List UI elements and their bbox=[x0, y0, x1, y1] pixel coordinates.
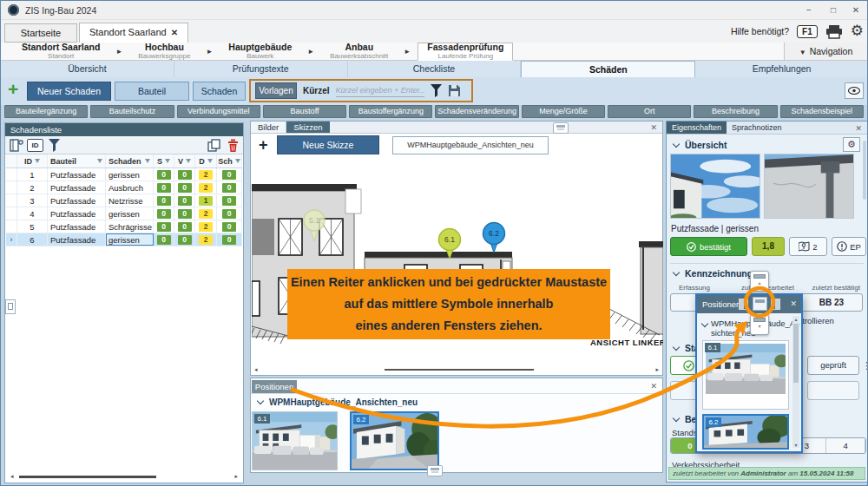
bauteilergaenzung-button[interactable]: Bauteilergänzung bbox=[4, 105, 88, 118]
scrollbar-thumb[interactable] bbox=[19, 476, 156, 478]
close-icon[interactable]: ✕ bbox=[650, 123, 657, 132]
menge-groesse-button[interactable]: Menge/Größe bbox=[522, 105, 605, 118]
tab-sprachnotizen[interactable]: Sprachnotizen bbox=[727, 122, 787, 134]
tab-pruefungstexte[interactable]: Prüfungstexte bbox=[174, 61, 348, 77]
id-column-icon[interactable]: ID bbox=[27, 139, 43, 152]
table-row[interactable]: 5PutzfassadeSchrägrisse 0 0 2 0 bbox=[6, 220, 242, 233]
col-s[interactable]: S bbox=[154, 154, 174, 167]
save-icon[interactable] bbox=[448, 84, 461, 97]
scroll-down-icon[interactable]: ▾ bbox=[792, 442, 799, 448]
add-sketch-icon[interactable]: + bbox=[259, 136, 268, 154]
window-maximize-button[interactable]: □ bbox=[822, 1, 845, 20]
filter-icon[interactable] bbox=[431, 84, 442, 97]
filter-icon[interactable] bbox=[235, 159, 240, 163]
navigation-dropdown[interactable]: ▼Navigation bbox=[784, 43, 867, 61]
window-minimize-button[interactable]: − bbox=[798, 1, 820, 20]
col-id[interactable]: ID bbox=[17, 154, 48, 167]
dock-right-icon[interactable] bbox=[771, 299, 780, 310]
building-sketch-canvas[interactable]: ANSICHT LINKER 5.1 6.1 6.2 bbox=[252, 156, 663, 375]
tab-skizzen[interactable]: Skizzen bbox=[286, 122, 329, 133]
dock-left-icon[interactable] bbox=[739, 299, 748, 310]
scroll-left-icon[interactable]: ◂ bbox=[254, 366, 258, 373]
map-positions-button[interactable]: 2 bbox=[789, 237, 827, 256]
table-row[interactable]: 1Putzfassadegerissen 0 0 2 0 bbox=[6, 168, 242, 181]
col-schaden[interactable]: Schaden bbox=[106, 154, 154, 167]
panel-drag-handle[interactable] bbox=[5, 299, 16, 314]
gear-icon[interactable]: ⚙ bbox=[851, 23, 864, 39]
filter-icon[interactable] bbox=[165, 159, 170, 163]
tab-checkliste[interactable]: Checkliste bbox=[348, 61, 522, 77]
vertical-scrollbar[interactable]: ▴ ▾ bbox=[792, 316, 799, 448]
col-sch[interactable]: Sch bbox=[217, 154, 242, 167]
tab-positionen[interactable]: Positionen bbox=[252, 380, 297, 393]
ort-button[interactable]: Ort bbox=[608, 105, 691, 118]
tab-bilder[interactable]: Bilder bbox=[251, 122, 286, 133]
position-thumbnail-6-2-selected[interactable]: 6.2 bbox=[350, 411, 439, 470]
gear-icon[interactable]: ⚙ bbox=[843, 137, 860, 152]
tab-schaeden[interactable]: Schäden bbox=[521, 61, 695, 77]
horizontal-scrollbar[interactable]: ◂ ▸ bbox=[10, 473, 238, 480]
overview-photo-2[interactable] bbox=[764, 154, 854, 219]
status-secondary-button[interactable] bbox=[807, 381, 859, 400]
overview-photo-1[interactable] bbox=[670, 154, 760, 219]
scroll-right-icon[interactable]: ▸ bbox=[655, 366, 659, 373]
table-row[interactable]: 2PutzfassadeAusbruch 0 0 2 0 bbox=[6, 181, 242, 194]
close-icon[interactable]: ✕ bbox=[171, 28, 178, 37]
tab-empfehlungen[interactable]: Empfehlungen bbox=[695, 61, 868, 77]
dock-guide-top-icon[interactable]: ▴ bbox=[750, 271, 769, 292]
add-icon[interactable]: + bbox=[8, 79, 18, 100]
filter-icon[interactable] bbox=[186, 159, 191, 163]
scrollbar-thumb[interactable] bbox=[385, 369, 534, 371]
f1-key-icon[interactable]: F1 bbox=[797, 25, 818, 38]
floating-positions-window[interactable]: Positionen ✕ WPMHauptgebäude_An sichten_… bbox=[695, 293, 803, 453]
trash-icon[interactable] bbox=[227, 139, 239, 152]
baustoff-button[interactable]: Baustoff bbox=[263, 105, 346, 118]
schadensbeispiel-button[interactable]: Schadensbeispiel bbox=[780, 105, 864, 118]
sketch-group-header[interactable]: WPMHauptgebäude_Ansichten_neu bbox=[258, 397, 418, 407]
new-sketch-button[interactable]: Neue Skizze bbox=[277, 135, 379, 154]
position-thumbnail-6-2-selected[interactable]: 6.2 bbox=[702, 414, 789, 450]
dock-guide-bottom-icon[interactable]: ▾ bbox=[750, 314, 769, 335]
breadcrumb-item-fassadenpruefung[interactable]: Fassadenprüfung Laufende Prüfung bbox=[418, 43, 513, 61]
vorlagen-button[interactable]: Vorlagen bbox=[255, 82, 297, 99]
filter-icon[interactable] bbox=[35, 159, 40, 163]
copy-icon[interactable] bbox=[207, 139, 220, 152]
breadcrumb-item-hochbau[interactable]: Hochbau Bauwerksgruppe bbox=[129, 43, 199, 60]
kuerzel-input[interactable] bbox=[336, 84, 424, 97]
close-icon[interactable]: ✕ bbox=[650, 382, 657, 391]
verbindungsmittel-button[interactable]: Verbindungsmittel bbox=[177, 105, 260, 118]
breadcrumb-item-hauptgebaeude[interactable]: Hauptgebäude Bauwerk bbox=[220, 43, 300, 60]
filter-icon[interactable] bbox=[145, 159, 150, 163]
horizontal-scrollbar[interactable]: ◂ ▸ bbox=[254, 366, 659, 373]
new-damage-button[interactable]: Neuer Schaden bbox=[27, 82, 111, 101]
col-bauteil[interactable]: Bauteil bbox=[48, 154, 106, 167]
ep-button[interactable]: EP bbox=[832, 237, 866, 256]
breadcrumb-item-anbau[interactable]: Anbau Bauwerksabschnitt bbox=[321, 43, 397, 60]
visibility-button[interactable] bbox=[845, 82, 864, 99]
position-thumbnail-6-1[interactable]: 6.1 bbox=[252, 411, 338, 470]
rating-4[interactable]: 4 bbox=[826, 438, 865, 453]
more-options-icon[interactable]: ⋮ bbox=[862, 356, 868, 375]
schaden-button[interactable]: Schaden bbox=[193, 82, 246, 101]
bauteil-button[interactable]: Bauteil bbox=[115, 82, 189, 101]
confirmed-button[interactable]: bestätigt bbox=[670, 237, 747, 256]
tab-eigenschaften[interactable]: Eigenschaften bbox=[667, 122, 727, 134]
doc-tab-standort-saarland[interactable]: Standort Saarland✕ bbox=[79, 23, 188, 43]
tab-uebersicht[interactable]: Übersicht bbox=[1, 61, 174, 77]
scrollbar-thumb[interactable] bbox=[863, 141, 866, 200]
filter-icon[interactable] bbox=[207, 159, 213, 163]
section-uebersicht[interactable]: Übersicht bbox=[674, 140, 727, 150]
filter-icon[interactable] bbox=[49, 139, 60, 152]
scroll-up-icon[interactable]: ▴ bbox=[792, 316, 799, 322]
filter-icon[interactable] bbox=[97, 159, 102, 163]
position-thumbnail-6-1[interactable]: 6.1 bbox=[702, 340, 789, 410]
col-v[interactable]: V bbox=[174, 154, 195, 167]
floating-window-titlebar[interactable]: Positionen bbox=[697, 295, 801, 313]
table-row[interactable]: 3PutzfassadeNetzrisse 0 0 1 0 bbox=[6, 194, 242, 207]
doc-tab-startseite[interactable]: Startseite bbox=[4, 23, 77, 43]
scrollbar-thumb[interactable] bbox=[793, 324, 799, 383]
col-d[interactable]: D bbox=[195, 154, 217, 167]
bauteilschutz-button[interactable]: Bauteilschutz bbox=[90, 105, 174, 118]
scroll-left-icon[interactable]: ◂ bbox=[10, 473, 14, 480]
zuletzt-bestaetigt-button[interactable]: BB 23 bbox=[800, 293, 863, 312]
